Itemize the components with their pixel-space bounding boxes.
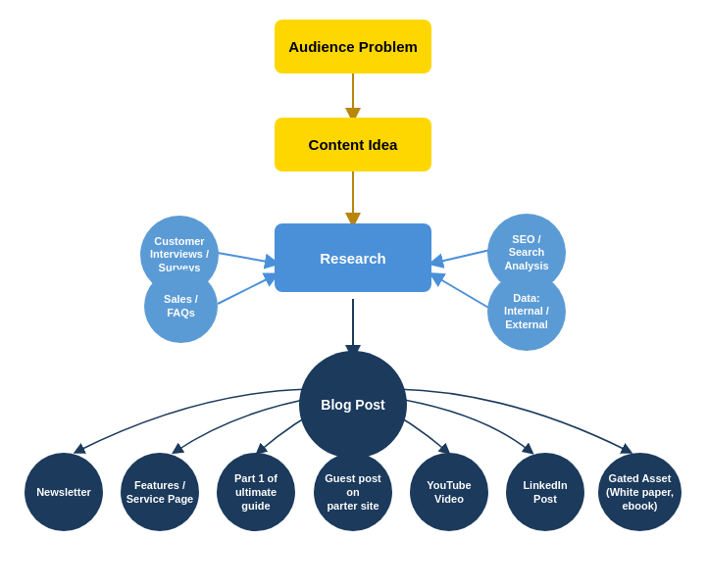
research-node: Research: [275, 223, 431, 292]
gated-asset-node: Gated Asset (White paper, ebook): [598, 453, 682, 531]
svg-line-5: [435, 276, 490, 309]
svg-line-4: [435, 250, 490, 263]
part1-guide-node: Part 1 of ultimate guide: [217, 453, 295, 531]
features-service-node: Features / Service Page: [121, 453, 199, 531]
content-diagram: Audience Problem Content Idea Customer I…: [0, 0, 707, 588]
data-internal-node: Data: Internal / External: [487, 272, 566, 351]
svg-line-2: [218, 253, 273, 263]
youtube-node: YouTube Video: [410, 453, 488, 531]
newsletter-node: Newsletter: [25, 453, 103, 531]
guest-post-node: Guest post on parter site: [314, 453, 392, 531]
svg-line-3: [218, 276, 273, 304]
audience-problem-node: Audience Problem: [275, 20, 431, 74]
blog-post-node: Blog Post: [299, 351, 407, 459]
content-idea-node: Content Idea: [275, 118, 431, 172]
linkedin-node: LinkedIn Post: [506, 453, 584, 531]
sales-faqs-node: Sales / FAQs: [144, 270, 218, 343]
